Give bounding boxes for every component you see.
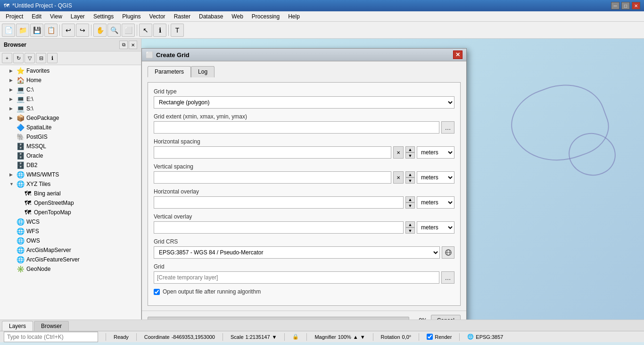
h-overlay-input[interactable]: 0,000000 bbox=[154, 196, 404, 209]
tree-item-arcgismap[interactable]: 🌐 ArcGisMapServer bbox=[0, 245, 141, 255]
v-overlay-down-button[interactable]: ▼ bbox=[405, 227, 415, 234]
tree-item-otm[interactable]: 🗺 OpenTopoMap bbox=[0, 208, 141, 217]
browser-refresh-button[interactable]: ↻ bbox=[13, 53, 24, 63]
redo-button[interactable]: ↪ bbox=[76, 24, 89, 37]
grid-extent-more-button[interactable]: … bbox=[441, 121, 454, 134]
panel-float-button[interactable]: ⧉ bbox=[119, 41, 128, 49]
grid-crs-select[interactable]: EPSG:3857 - WGS 84 / Pseudo-Mercator bbox=[154, 246, 440, 259]
new-project-button[interactable]: 📄 bbox=[2, 24, 15, 37]
browser-add-button[interactable]: + bbox=[2, 53, 12, 63]
tree-item-geopackage[interactable]: ▶ 📦 GeoPackage bbox=[0, 113, 141, 123]
tree-item-mssql[interactable]: 🗄️ MSSQL bbox=[0, 142, 141, 151]
menu-edit[interactable]: Edit bbox=[28, 12, 45, 21]
menu-vector[interactable]: Vector bbox=[146, 12, 169, 21]
h-spacing-input[interactable]: 5000,000000 bbox=[154, 146, 391, 159]
map-area[interactable]: ⬜ Create Grid ✕ Parameters Log Grid type bbox=[141, 39, 644, 320]
tree-item-osm[interactable]: 🗺 OpenStreetMap bbox=[0, 198, 141, 208]
locate-input[interactable] bbox=[4, 332, 98, 342]
open-output-checkbox[interactable] bbox=[154, 289, 160, 295]
scale-dropdown-icon[interactable]: ▼ bbox=[272, 334, 277, 340]
v-spacing-down-button[interactable]: ▼ bbox=[405, 177, 415, 184]
tree-item-ows[interactable]: 🌐 OWS bbox=[0, 236, 141, 245]
grid-crs-browse-button[interactable] bbox=[442, 246, 454, 259]
tree-item-s[interactable]: ▶ 💻 S:\ bbox=[0, 104, 141, 113]
v-spacing-clear-button[interactable]: ✕ bbox=[393, 171, 404, 184]
magnifier-up-icon[interactable]: ▲ bbox=[353, 334, 358, 340]
icon-wcs: 🌐 bbox=[16, 218, 25, 226]
pan-button[interactable]: ✋ bbox=[93, 24, 107, 37]
open-project-button[interactable]: 📁 bbox=[16, 24, 29, 37]
dialog-close-button[interactable]: ✕ bbox=[453, 50, 462, 59]
icon-home: 🏠 bbox=[16, 76, 25, 84]
panel-close-button[interactable]: ✕ bbox=[129, 41, 137, 49]
text-button[interactable]: T bbox=[171, 24, 184, 37]
h-overlay-down-button[interactable]: ▼ bbox=[405, 202, 415, 209]
grid-type-select[interactable]: Rectangle (polygon) bbox=[154, 96, 454, 109]
menu-settings[interactable]: Settings bbox=[90, 12, 117, 21]
tree-item-home[interactable]: ▶ 🏠 Home bbox=[0, 76, 141, 85]
tree-item-geonode[interactable]: ✳️ GeoNode bbox=[0, 264, 141, 274]
minimize-button[interactable]: ─ bbox=[611, 2, 619, 9]
crs-item[interactable]: 🌐 EPSG:3857 bbox=[467, 334, 503, 340]
save-as-button[interactable]: 📋 bbox=[44, 24, 58, 37]
identify-button[interactable]: ℹ bbox=[153, 24, 166, 37]
menu-project[interactable]: Project bbox=[2, 12, 27, 21]
v-overlay-up-button[interactable]: ▲ bbox=[405, 221, 415, 227]
browser-filter-button[interactable]: ▽ bbox=[25, 53, 35, 63]
tree-item-oracle[interactable]: 🗄️ Oracle bbox=[0, 151, 141, 160]
tree-item-spatialite[interactable]: 🔷 SpatiaLite bbox=[0, 123, 141, 132]
zoom-extent-button[interactable]: ⬜ bbox=[122, 24, 135, 37]
close-app-button[interactable]: ✕ bbox=[632, 2, 640, 9]
menu-help[interactable]: Help bbox=[284, 12, 304, 21]
menu-layer[interactable]: Layer bbox=[67, 12, 89, 21]
menu-web[interactable]: Web bbox=[228, 12, 247, 21]
h-spacing-clear-button[interactable]: ✕ bbox=[393, 146, 404, 159]
h-spacing-down-button[interactable]: ▼ bbox=[405, 152, 415, 159]
tree-item-c[interactable]: ▶ 💻 C:\ bbox=[0, 85, 141, 94]
menu-view[interactable]: View bbox=[46, 12, 66, 21]
h-spacing-up-button[interactable]: ▲ bbox=[405, 146, 415, 152]
save-project-button[interactable]: 💾 bbox=[30, 24, 43, 37]
h-overlay-unit-select[interactable]: meters bbox=[417, 196, 454, 209]
render-checkbox[interactable] bbox=[427, 334, 433, 340]
grid-extent-input[interactable]: -8747860.712404238,-8454100.116219617,19… bbox=[154, 121, 439, 134]
select-button[interactable]: ↖ bbox=[139, 24, 152, 37]
undo-button[interactable]: ↩ bbox=[62, 24, 75, 37]
tree-item-db2[interactable]: 🗄️ DB2 bbox=[0, 160, 141, 170]
browser-info-button[interactable]: ℹ bbox=[47, 53, 58, 63]
title-bar: 🗺 *Untitled Project - QGIS ─ □ ✕ bbox=[0, 0, 644, 11]
tree-item-wfs[interactable]: 🌐 WFS bbox=[0, 227, 141, 236]
cancel-button[interactable]: Cancel bbox=[431, 315, 461, 320]
tab-parameters[interactable]: Parameters bbox=[148, 66, 191, 77]
menu-plugins[interactable]: Plugins bbox=[118, 12, 144, 21]
grid-output-more-button[interactable]: … bbox=[441, 271, 454, 284]
h-spacing-unit-select[interactable]: meters bbox=[417, 146, 454, 159]
v-spacing-input[interactable]: 5000,000000 bbox=[154, 171, 391, 184]
tree-item-xyz[interactable]: ▼ 🌐 XYZ Tiles bbox=[0, 179, 141, 189]
tree-item-wcs[interactable]: 🌐 WCS bbox=[0, 217, 141, 227]
tree-item-wms[interactable]: ▶ 🌐 WMS/WMTS bbox=[0, 170, 141, 179]
tree-item-e[interactable]: ▶ 💻 E:\ bbox=[0, 94, 141, 104]
tab-browser[interactable]: Browser bbox=[34, 321, 69, 331]
h-overlay-up-button[interactable]: ▲ bbox=[405, 196, 415, 202]
v-spacing-up-button[interactable]: ▲ bbox=[405, 171, 415, 177]
maximize-button[interactable]: □ bbox=[621, 2, 630, 9]
v-overlay-input[interactable]: 0,000000 bbox=[154, 221, 404, 234]
tree-item-arcgisfeature[interactable]: 🌐 ArcGisFeatureServer bbox=[0, 255, 141, 264]
tab-layers[interactable]: Layers bbox=[2, 321, 33, 331]
v-overlay-unit-select[interactable]: meters bbox=[417, 221, 454, 234]
icon-oracle: 🗄️ bbox=[16, 152, 25, 160]
zoom-in-button[interactable]: 🔍 bbox=[107, 24, 121, 37]
grid-output-input[interactable] bbox=[154, 271, 439, 284]
menu-database[interactable]: Database bbox=[195, 12, 227, 21]
v-spacing-unit-select[interactable]: meters bbox=[417, 171, 454, 184]
dialog-icon: ⬜ bbox=[146, 51, 153, 59]
browser-collapse-button[interactable]: ⊟ bbox=[36, 53, 46, 63]
menu-raster[interactable]: Raster bbox=[170, 12, 194, 21]
tree-item-bing[interactable]: 🗺 Bing aerial bbox=[0, 189, 141, 198]
magnifier-down-icon[interactable]: ▼ bbox=[360, 334, 365, 340]
menu-processing[interactable]: Processing bbox=[248, 12, 283, 21]
tree-item-postgis[interactable]: 🐘 PostGIS bbox=[0, 132, 141, 142]
tab-log[interactable]: Log bbox=[191, 66, 215, 77]
tree-item-favorites[interactable]: ▶ ⭐ Favorites bbox=[0, 66, 141, 76]
